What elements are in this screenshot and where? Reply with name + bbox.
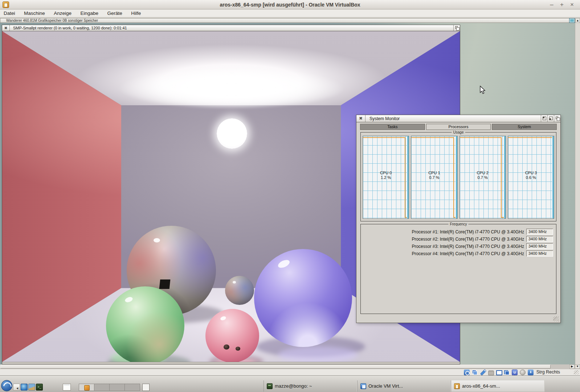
taskbar-window-terminal[interactable]: mazze@bongo: ~: [264, 380, 357, 392]
cpu0-usage: 1.2 %: [363, 175, 409, 180]
processor4-label: Processor #4: Intel(R) Core(TM) i7-4770 …: [412, 251, 524, 256]
menu-eingabe[interactable]: Eingabe: [77, 9, 102, 17]
host-key-label: Strg Rechts: [536, 369, 560, 376]
processor-row: Processor #2: Intel(R) Core(TM) i7-4770 …: [364, 236, 553, 242]
cpu2-usage-graph: CPU 20.7 %: [459, 136, 506, 219]
usage-legend: Usage: [452, 130, 465, 134]
window-iconify-gadget[interactable]: [541, 115, 547, 122]
mouse-cursor: [480, 86, 486, 96]
menu-hilfe[interactable]: Hilfe: [127, 9, 144, 17]
cpu3-usage: 0.6 %: [508, 175, 554, 180]
menu-datei[interactable]: Datei: [0, 9, 19, 17]
window-bottom-border: [2, 362, 460, 364]
drag-and-drop-icon[interactable]: [480, 369, 486, 375]
menu-geraete[interactable]: Geräte: [103, 9, 126, 17]
smallpt-titlebar[interactable]: ✖ SMP-Smallpt renderer (0 in work, 0 wai…: [2, 25, 460, 31]
cpu0-name: CPU 0: [363, 171, 409, 175]
window-resize-grip[interactable]: [553, 317, 559, 321]
processor1-label: Processor #1: Intel(R) Core(TM) i7-4770 …: [412, 229, 524, 234]
processor-row: Processor #3: Intel(R) Core(TM) i7-4770 …: [364, 243, 553, 249]
processor-row: Processor #4: Intel(R) Core(TM) i7-4770 …: [364, 250, 553, 257]
tab-tasks[interactable]: Tasks: [360, 124, 425, 130]
processor3-label: Processor #3: Intel(R) Core(TM) i7-4770 …: [412, 244, 524, 249]
cpu1-name: CPU 1: [411, 171, 457, 175]
frequency-legend: Frequency: [448, 222, 468, 226]
terminal-window-icon: [267, 383, 273, 389]
workspace-4[interactable]: [124, 384, 140, 391]
image-viewer-icon[interactable]: [28, 384, 35, 391]
system-monitor-tabs: Tasks Processors System: [360, 124, 557, 130]
menu-launcher-button[interactable]: [1, 380, 12, 391]
processor-row: Processor #1: Intel(R) Core(TM) i7-4770 …: [364, 229, 553, 235]
system-monitor-titlebar[interactable]: ✖ System Monitor: [356, 115, 560, 122]
virtualbox-window-icon: [360, 383, 366, 389]
window-zoom-gadget[interactable]: [547, 115, 554, 122]
cpu1-usage: 0.7 %: [411, 175, 457, 180]
scroll-up-arrow-icon[interactable]: ▲: [575, 18, 580, 23]
vbox-titlebar[interactable]: aros-x86_64-smp [wird ausgeführt] - Orac…: [0, 0, 580, 9]
window-depth-gadget[interactable]: [453, 25, 460, 31]
virtualbox-window: aros-x86_64-smp [wird ausgeführt] - Orac…: [0, 0, 580, 392]
web-browser-icon[interactable]: [21, 384, 28, 391]
sphere-light: [217, 118, 247, 149]
processor2-label: Processor #2: Intel(R) Core(TM) i7-4770 …: [412, 237, 524, 242]
processor4-frequency: 3400 MHz: [526, 250, 553, 257]
workspace-3[interactable]: [109, 384, 125, 391]
vbox-menubar: Datei Maschine Anzeige Eingabe Geräte Hi…: [0, 9, 580, 17]
cpu2-name: CPU 2: [460, 171, 506, 175]
horizontal-scrollbar-thumb[interactable]: [0, 365, 551, 368]
aros-vm-window-icon: [454, 383, 460, 389]
workspace-pager: [79, 384, 140, 391]
close-button[interactable]: ×: [567, 0, 577, 9]
vertical-scrollbar[interactable]: ▲: [575, 18, 580, 364]
taskbar-window-virtualbox-manager[interactable]: Oracle VM Virt...: [357, 380, 451, 392]
scroll-right-arrow-icon[interactable]: ▶: [569, 364, 575, 369]
menu-anzeige[interactable]: Anzeige: [50, 9, 75, 17]
mouse-integration-icon[interactable]: [520, 369, 526, 375]
keyboard-capture-icon[interactable]: ⬇: [528, 369, 534, 375]
system-monitor-window: ✖ System Monitor Tasks Processors System…: [356, 115, 561, 323]
terminal-icon[interactable]: >_: [36, 384, 43, 391]
statusbar-resize-grip[interactable]: [574, 370, 579, 375]
usage-groupbox: Usage CPU 01.2 % CPU 10.7 % CPU 20.7: [360, 132, 556, 221]
pink-glass-sphere: [205, 309, 259, 362]
wanderer-screen-bar[interactable]: Wanderer 460.81M Grafikspeicher 0B sonst…: [0, 18, 569, 23]
processor1-frequency: 3400 MHz: [526, 229, 553, 235]
tab-system[interactable]: System: [492, 124, 557, 130]
hard-disks-icon[interactable]: [464, 369, 470, 375]
guest-viewport: Wanderer 460.81M Grafikspeicher 0B sonst…: [0, 17, 580, 369]
window-close-gadget[interactable]: ✖: [356, 115, 365, 122]
network-adapters-icon[interactable]: [472, 369, 478, 375]
frequency-groupbox: Frequency Processor #1: Intel(R) Core(TM…: [360, 224, 556, 314]
cpu3-name: CPU 3: [508, 171, 554, 175]
purple-glass-sphere: [254, 249, 352, 347]
window-close-gadget[interactable]: ✖: [2, 25, 10, 31]
workspace-1[interactable]: [79, 384, 94, 391]
horizontal-scrollbar[interactable]: ▶: [0, 364, 575, 369]
window-list-icon[interactable]: [63, 384, 71, 391]
cpu3-usage-graph: CPU 30.6 %: [508, 136, 554, 219]
screen-depth-gadget[interactable]: [569, 18, 575, 23]
file-manager-icon[interactable]: [13, 384, 20, 391]
minimize-button[interactable]: –: [547, 0, 557, 9]
show-desktop-button[interactable]: [142, 384, 150, 391]
video-capture-icon[interactable]: [504, 369, 510, 375]
shared-folders-icon[interactable]: [488, 369, 494, 375]
scroll-down-arrow-icon[interactable]: ▼: [575, 364, 580, 369]
tab-processors[interactable]: Processors: [426, 124, 491, 130]
maximize-button[interactable]: +: [557, 0, 567, 9]
processor2-frequency: 3400 MHz: [526, 236, 553, 242]
window-depth-gadget[interactable]: [554, 115, 560, 122]
cpu0-usage-graph: CPU 01.2 %: [363, 136, 409, 219]
taskbar-window-aros-vm[interactable]: aros-x86_64-sm...: [451, 380, 544, 392]
green-glass-sphere: [106, 286, 184, 362]
display-icon[interactable]: [496, 369, 502, 375]
menu-maschine[interactable]: Maschine: [20, 9, 49, 17]
small-mirror-sphere: [225, 276, 254, 305]
usb-devices-icon[interactable]: U: [512, 369, 518, 375]
cpu1-usage-graph: CPU 10.7 %: [411, 136, 457, 219]
system-monitor-title: System Monitor: [369, 115, 400, 122]
vbox-window-title: aros-x86_64-smp [wird ausgeführt] - Orac…: [0, 0, 580, 9]
workspace-2[interactable]: [94, 384, 110, 391]
host-taskbar: >_ mazze@bongo: ~ Oracle VM Virt... aros…: [0, 375, 580, 392]
